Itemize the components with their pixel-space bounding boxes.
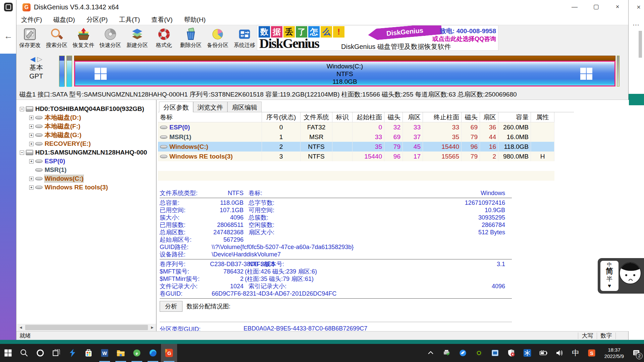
taskbar-icon-store[interactable] — [80, 344, 97, 362]
tray-shield-icon[interactable] — [503, 344, 519, 362]
tray-chevron-icon[interactable] — [423, 344, 439, 362]
table-cell — [531, 142, 554, 152]
table-row-windows-c-[interactable]: Windows(C:)2NTFS357945154409616118.0GB — [158, 142, 554, 152]
tray-printer-icon[interactable] — [439, 344, 455, 362]
partition-block-windows-c[interactable]: Windows(C:) NTFS 118.0GB — [74, 56, 615, 86]
menu-item-3[interactable]: 工具(T) — [119, 15, 140, 24]
tray-nvidia-icon[interactable] — [471, 344, 487, 362]
partition-block-esp[interactable] — [59, 56, 65, 86]
tree-item-hd1-samsungmznln128hahq-000[interactable]: −HD1:SAMSUNGMZNLN128HAHQ-000 — [17, 148, 156, 157]
expand-icon[interactable]: + — [29, 133, 34, 137]
toolbar-button-backup-partition[interactable]: 备份分区 — [204, 25, 231, 51]
detail-row: 总容量:118.0GB总字节数:126710972416 — [160, 199, 529, 206]
partition-block-msr[interactable] — [66, 56, 72, 86]
table-cell: 69 — [384, 132, 403, 142]
tab-扇区编辑[interactable]: 扇区编辑 — [227, 102, 262, 112]
banner-qq-link[interactable]: 或点击此处选择QQ咨询 — [432, 35, 496, 43]
partition-block-re-tools[interactable] — [617, 56, 620, 86]
table-row-msr-1-[interactable]: MSR(1)1MSR33693735794416.0MB — [158, 132, 554, 142]
tray-snowflake-icon[interactable] — [519, 344, 535, 362]
menu-item-4[interactable]: 查看(V) — [151, 15, 172, 24]
empty-rows — [158, 161, 554, 189]
tab-分区参数[interactable]: 分区参数 — [159, 102, 193, 112]
minimize-button[interactable]: — — [564, 0, 585, 13]
tree-item-msr-1-[interactable]: MSR(1) — [17, 166, 156, 174]
promo-banner[interactable]: 数据丢了怎么! DiskGenius DiskGenius 致电: 400-00… — [257, 25, 498, 51]
expand-icon[interactable]: + — [29, 116, 34, 120]
analyze-button[interactable]: 分析 — [160, 301, 182, 312]
collapse-icon[interactable]: − — [20, 150, 24, 155]
tree-item-recovery-e-[interactable]: +RECOVERY(E:) — [17, 139, 156, 148]
ime-assistant-widget[interactable]: 中 简 半 ♥ — [598, 258, 644, 294]
tree-item-windows-c-[interactable]: +Windows(C:) — [17, 174, 156, 183]
notification-center-icon[interactable]: 2 — [629, 344, 644, 362]
taskbar-icon-cortana[interactable] — [32, 344, 48, 362]
detail-label: 卷标: — [249, 189, 296, 197]
scroll-left-icon[interactable]: ◄ — [17, 325, 24, 330]
tree-item--d-[interactable]: +本地磁盘(D:) — [17, 113, 156, 122]
menu-item-2[interactable]: 分区(P) — [87, 15, 108, 24]
tree-item--f-[interactable]: +本地磁盘(F:) — [17, 122, 156, 131]
close-icon[interactable]: × — [637, 3, 641, 11]
expand-icon[interactable]: + — [29, 124, 34, 129]
table-row-windows-re-tools-3-[interactable]: Windows RE tools(3)3NTFS1544096171556579… — [158, 152, 554, 161]
tray-speaker-icon[interactable] — [551, 344, 568, 362]
tree-item-esp-0-[interactable]: +ESP(0) — [17, 157, 156, 166]
taskbar-icon-edge[interactable] — [145, 344, 161, 362]
tree-item--g-[interactable]: +本地磁盘(G:) — [17, 131, 156, 139]
toolbar-button-quick-partition[interactable]: 快速分区 — [97, 25, 124, 51]
desktop-gap — [0, 340, 644, 344]
tree-item-windows-re-tools-3-[interactable]: +Windows RE tools(3) — [17, 183, 156, 192]
toolbar-button-new-partition[interactable]: 新建分区 — [124, 25, 151, 51]
scrollbar-thumb[interactable] — [25, 325, 148, 330]
taskbar-icon-diskgenius[interactable]: G — [161, 344, 177, 362]
more-options-icon[interactable]: ⋯ — [633, 21, 639, 29]
taskbar-icon-start[interactable] — [0, 344, 16, 362]
num-lock-indicator: 数字 — [597, 333, 615, 339]
detail-row: 文件记录大小:1024索引记录大小:4096 — [160, 283, 529, 290]
expand-icon[interactable]: + — [29, 177, 34, 181]
toolbar-button-recover-files[interactable]: 恢复文件 — [70, 25, 97, 51]
taskbar-clock[interactable]: 18:372022/5/9 — [600, 344, 629, 362]
format-icon — [157, 27, 171, 41]
taskbar-icon-flash[interactable] — [64, 344, 80, 362]
next-disk-icon[interactable]: ▷ — [37, 55, 42, 63]
horizontal-scrollbar[interactable]: ◄ ► — [17, 324, 156, 331]
taskbar-icon-task-view[interactable] — [48, 344, 64, 362]
tray-ime-icon[interactable]: 中 — [568, 344, 584, 362]
back-arrow-icon[interactable]: ← — [4, 31, 13, 41]
scroll-right-icon[interactable]: ► — [149, 325, 156, 330]
assistant-avatar[interactable] — [619, 262, 641, 284]
detail-value: 3.1 — [296, 260, 505, 268]
menu-item-5[interactable]: 帮助(H) — [184, 15, 206, 24]
collapse-icon[interactable]: − — [20, 107, 24, 111]
toolbar-button-save[interactable]: 保存更改 — [16, 25, 43, 51]
title-bar: G DiskGenius V5.4.3.1342 x64 — ▢ × — [16, 0, 628, 15]
table-row-esp-0-[interactable]: ESP(0)0FAT3203233336936260.0MB — [158, 122, 554, 132]
tray-battery-icon[interactable] — [535, 344, 551, 362]
ime-status-card[interactable]: 中 简 半 ♥ — [600, 261, 619, 291]
toolbar-button-system-migrate[interactable]: 系统迁移 — [231, 25, 258, 51]
taskbar-icon-ie[interactable]: e — [129, 344, 145, 362]
tray-sogou-icon[interactable]: S — [584, 344, 600, 362]
toolbar-button-search-partition[interactable]: 搜索分区 — [43, 25, 70, 51]
prev-disk-icon[interactable]: ◀ — [30, 55, 35, 63]
expand-icon[interactable]: + — [29, 185, 34, 190]
maximize-button[interactable]: ▢ — [585, 0, 607, 13]
tree-item-hd0-toshibamq04abf100-932gb-[interactable]: −HD0:TOSHIBAMQ04ABF100(932GB) — [17, 105, 156, 113]
taskbar-icon-taskbar-search[interactable] — [16, 344, 32, 362]
toolbar-button-format[interactable]: 格式化 — [151, 25, 177, 51]
tray-intel-icon[interactable] — [487, 344, 503, 362]
toolbar-button-delete-partition[interactable]: 删除分区 — [177, 25, 204, 51]
menu-item-0[interactable]: 文件(F) — [21, 15, 42, 24]
scrollbar-thumb[interactable] — [639, 31, 642, 58]
expand-icon[interactable]: + — [29, 159, 34, 164]
tray-bird-icon[interactable] — [455, 344, 471, 362]
menu-item-1[interactable]: 磁盘(D) — [53, 15, 75, 24]
expand-icon[interactable]: + — [29, 142, 34, 146]
close-button[interactable]: × — [607, 0, 628, 13]
detail-value-extra: (柱面:35 磁头:79 扇区:61) — [244, 275, 314, 283]
taskbar-icon-word[interactable]: W — [97, 344, 113, 362]
taskbar-icon-file-explorer[interactable] — [113, 344, 129, 362]
tab-浏览文件[interactable]: 浏览文件 — [193, 102, 227, 112]
